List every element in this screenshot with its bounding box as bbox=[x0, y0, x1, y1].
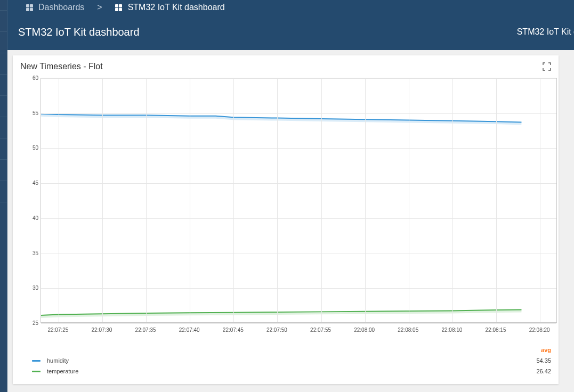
x-tick: 22:07:55 bbox=[310, 327, 331, 333]
y-tick: 35 bbox=[28, 250, 38, 256]
y-tick: 60 bbox=[28, 75, 38, 81]
legend-value: 26.42 bbox=[536, 368, 551, 374]
x-tick: 22:08:05 bbox=[398, 327, 418, 333]
x-tick: 22:08:15 bbox=[486, 327, 506, 333]
dashboard-grid-icon bbox=[115, 4, 123, 11]
x-tick: 22:08:10 bbox=[441, 327, 462, 333]
dashboard-grid-icon bbox=[26, 4, 33, 11]
x-tick: 22:07:40 bbox=[179, 327, 200, 333]
x-tick: 22:07:30 bbox=[91, 327, 112, 333]
legend-swatch bbox=[32, 371, 41, 372]
widget-card: New Timeseries - Flot 253035404550556022… bbox=[13, 55, 559, 384]
x-tick: 22:07:45 bbox=[223, 327, 244, 333]
breadcrumb-current: STM32 IoT Kit dashboard bbox=[128, 3, 225, 12]
chart-area: 253035404550556022:07:2522:07:3022:07:35… bbox=[13, 76, 559, 331]
x-tick: 22:07:50 bbox=[266, 327, 287, 333]
x-tick: 22:08:20 bbox=[529, 327, 550, 333]
legend-avg-header: avg bbox=[541, 347, 551, 353]
legend-value: 54.35 bbox=[536, 357, 551, 364]
content-area: New Timeseries - Flot 253035404550556022… bbox=[7, 50, 574, 392]
y-tick: 40 bbox=[28, 215, 38, 220]
breadcrumb-root[interactable]: Dashboards bbox=[38, 3, 84, 12]
breadcrumb: Dashboards > STM32 IoT Kit dashboard bbox=[7, 0, 574, 14]
legend-name: temperature bbox=[47, 368, 536, 374]
y-tick: 55 bbox=[28, 110, 38, 116]
x-tick: 22:08:00 bbox=[354, 327, 375, 333]
y-tick: 45 bbox=[28, 180, 38, 186]
breadcrumb-separator: > bbox=[97, 3, 102, 12]
legend-row[interactable]: temperature26.42 bbox=[32, 366, 551, 377]
fullscreen-icon bbox=[543, 62, 551, 71]
header-bar: Dashboards > STM32 IoT Kit dashboard STM… bbox=[7, 0, 574, 50]
app-root: Dashboards > STM32 IoT Kit dashboard STM… bbox=[0, 0, 574, 392]
page-title: STM32 IoT Kit dashboard bbox=[18, 26, 140, 38]
legend-name: humidity bbox=[47, 357, 536, 364]
series-humidity bbox=[41, 114, 521, 123]
dashboard-selector-label[interactable]: STM32 IoT Kit d bbox=[517, 27, 574, 37]
widget-title: New Timeseries - Flot bbox=[20, 62, 103, 71]
chart-svg bbox=[41, 78, 556, 322]
x-tick: 22:07:25 bbox=[47, 327, 68, 333]
y-tick: 30 bbox=[28, 285, 38, 291]
legend-row[interactable]: humidity54.35 bbox=[32, 355, 551, 366]
y-tick: 25 bbox=[28, 320, 38, 326]
y-tick: 50 bbox=[28, 145, 38, 151]
fullscreen-button[interactable] bbox=[543, 62, 551, 71]
plot-canvas[interactable] bbox=[41, 78, 557, 323]
legend-swatch bbox=[32, 360, 41, 362]
sidebar-edge bbox=[0, 0, 7, 392]
x-tick: 22:07:35 bbox=[135, 327, 156, 333]
legend: avg humidity54.35temperature26.42 bbox=[32, 347, 551, 377]
